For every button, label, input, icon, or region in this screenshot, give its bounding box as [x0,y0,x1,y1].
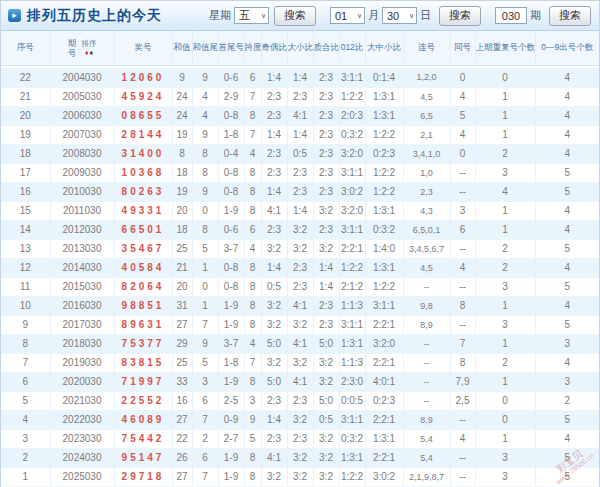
cell-sum: 21 [172,258,192,277]
cell-head-tail: 1-9 [218,448,244,467]
cell-big-mid-small-ratio: 2:2:1 [365,315,403,334]
cell-digit-count: 5 [535,163,599,182]
cell-index: 15 [1,201,50,220]
cell-odd-even-ratio: 2:3 [261,106,287,125]
cell-head-tail: 1-8 [218,353,244,372]
cell-big-small-ratio: 1:4 [287,68,313,87]
cell-odd-even-ratio: 1:4 [261,125,287,144]
cell-prev-repeat-count: 3 [475,163,535,182]
cell-period: 2011030 [50,201,114,220]
cell-012-ratio: 2:3:0 [339,372,365,391]
cell-same-number: 4 [450,125,475,144]
sort-label: 排序 [81,40,96,48]
cell-big-mid-small-ratio: 2:2:1 [365,410,403,429]
cell-head-tail: 1-8 [218,125,244,144]
column-header-consecutive: 连号 [403,31,450,65]
cell-odd-even-ratio: 2:3 [261,87,287,106]
cell-span: 6 [244,68,261,87]
cell-prev-repeat-count: 0 [475,391,535,410]
cell-big-mid-small-ratio: 0:2:3 [365,144,403,163]
cell-big-small-ratio: 3:2 [287,448,313,467]
cell-digit-count: 4 [535,125,599,144]
cell-period: 2022030 [50,410,114,429]
table-row: 152011030493312001-984:11:43:23:2:01:3:1… [1,201,599,220]
cell-big-small-ratio: 4:1 [287,106,313,125]
cell-winning-number: 12060 [114,68,172,87]
cell-head-tail: 1-9 [218,201,244,220]
issue-input[interactable] [495,7,527,24]
cell-big-small-ratio: 3:2 [287,239,313,258]
day-select-value: 30 [387,10,399,22]
cell-prev-repeat-count: 3 [475,448,535,467]
table-row: 162010030802631990-881:42:32:33:0:21:2:2… [1,182,599,201]
issue-search-button[interactable]: 搜索 [549,6,591,26]
cell-sum-tail: 6 [192,391,218,410]
cell-span: 8 [244,182,261,201]
cell-sum: 18 [172,163,192,182]
month-select[interactable]: 01 ∨ [330,7,365,24]
cell-winning-number: 45924 [114,87,172,106]
table-row: 42022030460892770-991:43:20:53:1:12:2:18… [1,410,599,429]
cell-period: 2006030 [50,106,114,125]
cell-big-small-ratio: 2:3 [287,163,313,182]
pailie5-history-panel: ▸ 排列五历史上的今天 星期 五 ∨ 搜索 01 ∨ 月 30 ∨ [0,0,600,487]
cell-big-small-ratio: 3:2 [287,315,313,334]
cell-index: 12 [1,258,50,277]
sort-desc-icon[interactable]: ♦ [90,49,94,56]
table-row: 132013030354672553-743:23:23:22:2:11:4:0… [1,239,599,258]
cell-sum: 20 [172,277,192,296]
week-search-button[interactable]: 搜索 [274,6,316,26]
cell-012-ratio: 3:1:1 [339,410,365,429]
cell-period: 2016030 [50,296,114,315]
cell-same-number: 3 [450,201,475,220]
cell-same-number: 2,5 [450,391,475,410]
cell-prev-repeat-count: 0 [475,68,535,87]
cell-prime-composite-ratio: 1:4 [313,277,339,296]
cell-consecutive: 1,2,0 [403,68,450,87]
cell-head-tail: 1-9 [218,372,244,391]
cell-same-number: -- [450,163,475,182]
cell-big-mid-small-ratio: 2:2:1 [365,448,403,467]
table-row: 22200403012060990-661:41:42:33:1:10:1:41… [1,68,599,87]
cell-winning-number: 22552 [114,391,172,410]
cell-span: 4 [244,144,261,163]
cell-prev-repeat-count: 1 [475,429,535,448]
cell-big-small-ratio: 2:3 [287,258,313,277]
cell-span: 6 [244,220,261,239]
cell-head-tail: 2-7 [218,429,244,448]
cell-span: 3 [244,391,261,410]
cell-head-tail: 0-8 [218,163,244,182]
cell-prev-repeat-count: 3 [475,315,535,334]
cell-index: 16 [1,182,50,201]
table-row: 192007030281441991-871:41:42:30:3:21:2:2… [1,125,599,144]
cell-digit-count: 5 [535,182,599,201]
cell-012-ratio: 3:2:0 [339,201,365,220]
sort-asc-icon[interactable]: ♦ [85,49,89,56]
table-row: 32023030754422222-752:32:33:20:3:21:3:15… [1,429,599,448]
cell-prime-composite-ratio: 2:3 [313,296,339,315]
cell-prime-composite-ratio: 2:3 [313,125,339,144]
cell-period: 2017030 [50,315,114,334]
cell-head-tail: 2-9 [218,87,244,106]
week-select[interactable]: 五 ∨ [234,7,269,24]
table-row: 172009030103681880-882:32:32:33:1:11:2:2… [1,163,599,182]
cell-digit-count: 4 [535,201,599,220]
cell-prime-composite-ratio: 2:3 [313,87,339,106]
date-search-button[interactable]: 搜索 [439,6,481,26]
cell-winning-number: 75442 [114,429,172,448]
cell-sum-tail: 1 [192,296,218,315]
cell-period: 2005030 [50,87,114,106]
cell-sum: 25 [172,239,192,258]
cell-digit-count: 4 [535,258,599,277]
cell-012-ratio: 1:1:3 [339,296,365,315]
cell-span: 8 [244,315,261,334]
cell-012-ratio: 0:0:5 [339,391,365,410]
cell-012-ratio: 2:0:3 [339,106,365,125]
day-select[interactable]: 30 ∨ [382,7,417,24]
cell-sum-tail: 6 [192,448,218,467]
cell-prime-composite-ratio: 2:3 [313,144,339,163]
chevron-down-icon: ∨ [261,12,266,20]
cell-consecutive: -- [403,334,450,353]
column-header-head-tail: 首尾号 [218,31,244,65]
cell-same-number: -- [450,410,475,429]
